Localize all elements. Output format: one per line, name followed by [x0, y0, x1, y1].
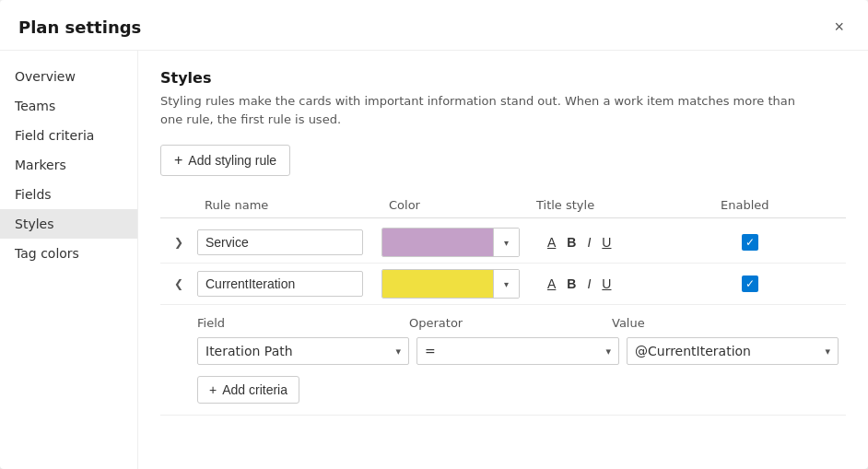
section-description: Styling rules make the cards with import…	[160, 92, 805, 128]
sidebar-item-fields[interactable]: Fields	[0, 180, 137, 209]
service-name-input[interactable]	[197, 229, 363, 255]
sidebar-item-tag-colors[interactable]: Tag colors	[0, 239, 137, 268]
add-criteria-plus-icon: +	[209, 382, 217, 397]
plus-icon: +	[174, 152, 182, 169]
criteria-field-select[interactable]: Iteration Path ▾	[197, 337, 409, 365]
service-color-cell: ▾	[381, 228, 529, 257]
criteria-field-value: Iteration Path	[205, 344, 293, 358]
sidebar-item-styles[interactable]: Styles	[0, 209, 137, 239]
add-styling-rule-button[interactable]: + Add styling rule	[160, 145, 290, 176]
current-iteration-style-bold-button[interactable]: B	[563, 275, 580, 293]
criteria-field-header: Field	[197, 316, 409, 330]
sidebar-item-overview[interactable]: Overview	[0, 62, 137, 91]
service-enabled-cell	[713, 234, 787, 251]
current-iteration-enabled-checkbox[interactable]	[742, 276, 758, 292]
current-iteration-name-input[interactable]	[197, 271, 363, 297]
th-color: Color	[381, 198, 529, 212]
criteria-operator-header: Operator	[409, 316, 612, 330]
current-iteration-title-style-cell: A B I U	[529, 275, 713, 293]
service-title-style-cell: A B I U	[529, 233, 713, 252]
th-expand	[160, 198, 197, 212]
plan-settings-dialog: Plan settings × Overview Teams Field cri…	[0, 0, 868, 469]
criteria-value-select[interactable]: @CurrentIteration ▾	[627, 337, 839, 365]
criteria-value-value: @CurrentIteration	[635, 344, 751, 358]
rule-row-current-iteration: ❮ ▾ A B I U	[160, 264, 846, 305]
service-style-underline-button[interactable]: U	[598, 233, 615, 252]
criteria-operator-select[interactable]: = ▾	[416, 337, 619, 365]
close-button[interactable]: ×	[828, 15, 850, 39]
criteria-field-caret-icon: ▾	[395, 346, 401, 358]
dialog-title: Plan settings	[18, 18, 141, 37]
service-style-a-button[interactable]: A	[544, 233, 559, 252]
current-iteration-color-cell: ▾	[381, 269, 529, 299]
dialog-header: Plan settings ×	[0, 0, 868, 51]
criteria-header: Field Operator Value	[197, 316, 846, 330]
sidebar: Overview Teams Field criteria Markers Fi…	[0, 51, 138, 469]
current-iteration-color-picker[interactable]: ▾	[381, 269, 520, 299]
sidebar-item-markers[interactable]: Markers	[0, 150, 137, 180]
expand-current-iteration-button[interactable]: ❮	[160, 277, 197, 290]
current-iteration-color-dropdown-btn[interactable]: ▾	[493, 270, 519, 298]
current-iteration-style-underline-button[interactable]: U	[598, 275, 615, 293]
current-iteration-enabled-cell	[713, 276, 787, 292]
section-title: Styles	[160, 69, 846, 87]
sidebar-item-field-criteria[interactable]: Field criteria	[0, 121, 137, 150]
service-color-picker[interactable]: ▾	[381, 228, 520, 257]
th-rule-name: Rule name	[197, 198, 381, 212]
sidebar-item-teams[interactable]: Teams	[0, 91, 137, 121]
service-enabled-checkbox[interactable]	[742, 234, 758, 251]
criteria-row: Iteration Path ▾ = ▾ @CurrentIteration ▾	[197, 337, 846, 365]
service-color-dropdown-btn[interactable]: ▾	[493, 229, 519, 256]
service-name-cell	[197, 229, 381, 255]
current-iteration-name-cell	[197, 271, 381, 297]
service-style-bold-button[interactable]: B	[563, 233, 580, 252]
criteria-operator-value: =	[425, 344, 436, 358]
current-iteration-style-italic-button[interactable]: I	[583, 275, 594, 293]
rule-row-service: ❯ ▾ A B I U	[160, 222, 846, 264]
th-title-style: Title style	[529, 198, 713, 212]
th-enabled: Enabled	[713, 198, 787, 212]
dialog-body: Overview Teams Field criteria Markers Fi…	[0, 51, 868, 469]
table-header: Rule name Color Title style Enabled	[160, 193, 846, 218]
main-content: Styles Styling rules make the cards with…	[138, 51, 868, 469]
criteria-value-caret-icon: ▾	[825, 346, 830, 358]
criteria-value-header: Value	[612, 316, 824, 330]
add-rule-label: Add styling rule	[188, 153, 276, 168]
current-iteration-style-a-button[interactable]: A	[544, 275, 559, 293]
criteria-operator-caret-icon: ▾	[605, 346, 611, 358]
expanded-criteria-section: Field Operator Value Iteration Path ▾ = …	[160, 305, 846, 416]
service-style-italic-button[interactable]: I	[583, 233, 594, 252]
expand-service-button[interactable]: ❯	[160, 236, 197, 249]
add-criteria-label: Add criteria	[222, 382, 287, 397]
current-iteration-color-swatch	[382, 270, 493, 298]
add-criteria-button[interactable]: + Add criteria	[197, 376, 299, 404]
service-color-swatch	[382, 229, 493, 256]
